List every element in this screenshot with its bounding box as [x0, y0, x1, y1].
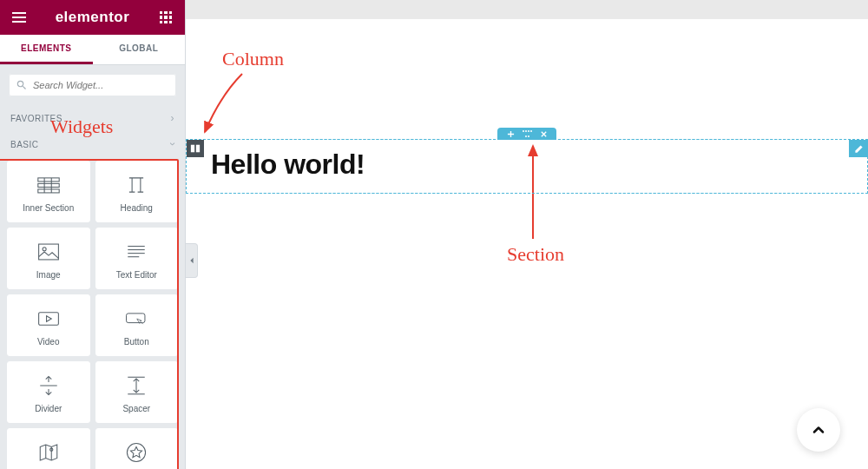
image-icon — [37, 241, 60, 263]
chevron-right-icon: › — [171, 112, 175, 124]
elementor-logo: elementor — [56, 9, 130, 26]
svg-rect-17 — [191, 145, 194, 153]
group-favorites[interactable]: FAVORITES › — [0, 105, 185, 131]
chevron-up-icon — [810, 421, 827, 439]
widget-inner-section[interactable]: Inner Section — [7, 161, 90, 222]
divider-icon — [37, 374, 60, 397]
group-basic-label: BASIC — [10, 140, 39, 149]
column-handle[interactable] — [187, 140, 204, 157]
close-icon — [540, 130, 548, 138]
annotation-column-arrow — [194, 69, 255, 139]
heading-icon — [125, 174, 148, 196]
chevron-down-icon: › — [167, 142, 179, 147]
widget-heading[interactable]: Heading — [95, 161, 179, 222]
panel-tabs: ELEMENTS GLOBAL — [0, 35, 185, 65]
apps-grid-button[interactable] — [150, 2, 181, 33]
section-add-button[interactable] — [506, 129, 515, 138]
text-editor-icon — [125, 241, 148, 263]
heading-widget[interactable]: Hello world! — [187, 140, 867, 193]
svg-rect-1 — [38, 183, 59, 187]
column[interactable]: Hello world! — [186, 139, 868, 194]
spacer-icon — [125, 374, 148, 397]
group-basic[interactable]: BASIC › — [0, 131, 185, 157]
widget-label: Divider — [35, 404, 62, 413]
svg-rect-0 — [38, 178, 59, 182]
map-icon — [37, 441, 60, 464]
widget-button[interactable]: Button — [95, 294, 179, 356]
panel-collapse-toggle[interactable] — [186, 243, 198, 278]
annotation-section-label: Section — [507, 243, 564, 266]
svg-rect-18 — [196, 145, 200, 153]
inner-section-icon — [37, 174, 60, 196]
widget-image[interactable]: Image — [7, 228, 90, 289]
elementor-panel: elementor ELEMENTS GLOBAL FAVORITES › BA… — [0, 0, 186, 469]
video-icon — [37, 307, 60, 330]
group-favorites-label: FAVORITES — [10, 114, 62, 123]
section-controls — [497, 128, 556, 140]
widget-video[interactable]: Video — [7, 294, 90, 356]
search-container — [0, 65, 185, 105]
section-drag-handle[interactable] — [522, 130, 532, 137]
canvas-top-strip — [186, 0, 868, 19]
panel-header: elementor — [0, 0, 185, 35]
button-icon — [125, 307, 148, 330]
hamburger-menu-button[interactable] — [3, 2, 35, 33]
editor-canvas[interactable]: Column Section — [186, 0, 868, 469]
widget-text-editor[interactable]: Text Editor — [95, 228, 179, 289]
svg-point-6 — [43, 248, 46, 251]
svg-rect-5 — [38, 244, 58, 260]
annotation-column-label: Column — [222, 48, 284, 70]
widget-icon[interactable]: Icon — [95, 428, 179, 469]
widget-label: Image — [36, 270, 61, 280]
section[interactable]: Hello world! — [186, 139, 868, 194]
section-delete-button[interactable] — [539, 129, 548, 138]
widgets-list: Inner Section Heading Image Text Editor — [0, 157, 185, 469]
columns-icon — [190, 143, 201, 154]
pencil-icon — [854, 144, 864, 154]
widget-label: Button — [124, 337, 149, 347]
widget-google-maps[interactable]: Google Maps — [7, 428, 90, 469]
widget-label: Text Editor — [116, 270, 157, 280]
svg-rect-12 — [127, 314, 145, 323]
widget-spacer[interactable]: Spacer — [95, 361, 179, 423]
search-icon — [16, 79, 28, 91]
search-box[interactable] — [9, 74, 176, 96]
plus-icon — [507, 130, 515, 138]
tab-elements[interactable]: ELEMENTS — [0, 35, 93, 64]
svg-rect-11 — [38, 313, 58, 326]
grid-icon — [160, 11, 172, 23]
svg-rect-2 — [38, 189, 59, 193]
widget-label: Video — [37, 337, 59, 347]
scroll-to-top-button[interactable] — [797, 408, 840, 452]
widget-label: Spacer — [122, 404, 150, 413]
widget-label: Heading — [121, 203, 153, 213]
search-input[interactable] — [33, 80, 169, 90]
chevron-left-icon — [188, 257, 195, 264]
tab-global[interactable]: GLOBAL — [93, 35, 186, 64]
widget-divider[interactable]: Divider — [7, 361, 90, 423]
star-icon — [125, 441, 148, 464]
edit-handle[interactable] — [849, 140, 868, 157]
widget-label: Inner Section — [23, 203, 74, 213]
